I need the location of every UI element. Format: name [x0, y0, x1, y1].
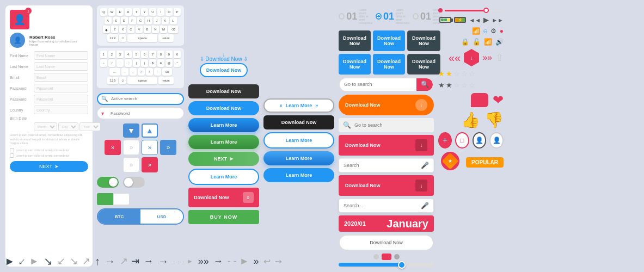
key-u[interactable]: U [149, 8, 156, 16]
key-i[interactable]: I [157, 8, 164, 16]
fast-forward-icon[interactable]: ►► [492, 17, 504, 23]
toggle-off[interactable] [123, 177, 145, 188]
buy-now-button[interactable]: BUY NOW [188, 210, 259, 224]
settings-gear-icon[interactable]: ⚙ [490, 27, 496, 35]
key-j[interactable]: J [154, 17, 161, 24]
key-dash[interactable]: - [100, 59, 107, 67]
focus-circle-button[interactable]: □ [455, 132, 469, 149]
download-orange-button[interactable]: Download Now ↓ [339, 95, 434, 115]
checkbox-1[interactable] [10, 148, 14, 152]
double-arrow-red[interactable]: » [105, 140, 121, 155]
learn-more-3d-blue2-button[interactable]: Learn More [263, 151, 334, 165]
user2-circle-button[interactable]: 👤 [489, 132, 504, 149]
key-shift[interactable]: ◆ [103, 26, 110, 33]
star-5[interactable]: ☆ [469, 70, 475, 78]
btc-usd-toggle[interactable]: BTC USD [97, 208, 184, 225]
arrow-up-icon[interactable]: ↑ [95, 255, 100, 268]
key-f[interactable]: F [129, 17, 136, 24]
key-amp[interactable]: & [157, 59, 164, 67]
popular-badge[interactable]: POPULAR [466, 157, 504, 168]
rewind-icon[interactable]: ◄◄ [469, 17, 481, 23]
key-q[interactable]: Q [100, 8, 107, 16]
search-input-red[interactable] [340, 82, 416, 87]
star-1[interactable]: ★ [438, 70, 445, 78]
double-arrow-right-2[interactable]: »» [198, 256, 209, 267]
download-blue-button[interactable]: Download Now [188, 101, 259, 115]
key-e[interactable]: E [116, 8, 124, 16]
key-emoji2[interactable]: ☺ [119, 77, 126, 84]
record-icon[interactable]: ● [500, 27, 504, 35]
key-g[interactable]: G [137, 17, 144, 24]
email-input[interactable]: Email [34, 73, 88, 82]
arrow-right-3[interactable]: → [158, 255, 169, 268]
last-name-input[interactable]: Last Name [34, 62, 88, 71]
key-rparen[interactable]: ) [141, 59, 148, 67]
month-select[interactable]: Month [34, 122, 57, 131]
add-circle-button[interactable]: + [438, 132, 452, 149]
key-h[interactable]: H [145, 17, 152, 24]
bluetooth-icon[interactable]: ⍾ [483, 27, 487, 35]
slider-track[interactable] [445, 10, 504, 11]
pin-icon[interactable]: ↓ [464, 49, 479, 66]
active-search-input[interactable] [97, 93, 184, 105]
arrow-down-icon[interactable]: ↘ [44, 255, 53, 268]
download-blue-1[interactable]: Download Now [373, 30, 405, 51]
key-v[interactable]: V [136, 26, 143, 33]
learn-more-outline-button[interactable]: Learn More [188, 169, 259, 185]
star-3[interactable]: ☆ [453, 70, 460, 78]
key-3[interactable]: 3 [116, 51, 124, 58]
circle-arrow-right[interactable]: → [213, 256, 223, 267]
key-123[interactable]: 123 [107, 34, 118, 42]
key-9[interactable]: 9 [165, 51, 173, 58]
minus-arrow[interactable]: ➙ [275, 256, 282, 267]
scroll-down-button[interactable]: ▼ [123, 123, 139, 138]
heart-icon[interactable]: ❤ [493, 92, 504, 108]
play-icon[interactable]: ▶ [483, 16, 489, 24]
key-question[interactable]: ? [138, 68, 145, 76]
key-dots[interactable]: ... [109, 68, 120, 76]
progress-bar[interactable] [339, 263, 434, 267]
arrow-right-2[interactable]: → [144, 256, 154, 267]
star-dark-3[interactable]: ☆ [453, 81, 460, 89]
arrow-send-icon[interactable]: ► [4, 255, 15, 268]
key-o[interactable]: O [165, 8, 173, 16]
star-4[interactable]: ☆ [461, 70, 468, 78]
key-a[interactable]: A [105, 17, 112, 24]
checkbox-2[interactable] [10, 153, 14, 158]
key-p[interactable]: P [174, 8, 181, 16]
star-dark-2[interactable]: ★ [446, 81, 452, 89]
password2-input[interactable]: Password [34, 95, 88, 103]
key-x[interactable]: X [119, 26, 126, 33]
wifi-icon[interactable]: 📶 [472, 27, 480, 35]
key-apos[interactable]: ' [154, 68, 161, 76]
key-8[interactable]: 8 [157, 51, 164, 58]
learn-more-flat-blue-button[interactable]: Learn More [263, 168, 334, 182]
arrow-down-right-icon[interactable]: ↓ [16, 255, 28, 267]
key-lparen[interactable]: ( [133, 59, 140, 67]
search-button-red[interactable]: 🔍 [416, 78, 433, 91]
share-icon[interactable]: ⇧ [495, 52, 504, 64]
key-z[interactable]: Z [111, 26, 118, 33]
download-red-button[interactable]: Download Now » [188, 188, 259, 207]
key-0[interactable]: 0 [174, 51, 181, 58]
key-4[interactable]: 4 [125, 51, 132, 58]
key-w[interactable]: W [108, 8, 115, 16]
double-chevron-right[interactable]: » [254, 256, 259, 267]
key-t[interactable]: T [133, 8, 140, 16]
password-search-input[interactable] [97, 107, 184, 119]
key-delete[interactable]: ⌫ [168, 26, 178, 33]
key-space2[interactable]: space [127, 77, 157, 84]
key-emoji[interactable]: ☺ [119, 34, 126, 42]
key-l[interactable]: L [170, 17, 177, 24]
key-at[interactable]: @ [165, 59, 173, 67]
key-exclaim[interactable]: ! [146, 68, 153, 76]
thumbs-up-icon[interactable]: 👍 [461, 111, 480, 129]
usd-button[interactable]: USD [140, 209, 183, 224]
key-delete2[interactable]: ⌫ [162, 68, 172, 76]
key-d[interactable]: D [121, 17, 128, 24]
key-r[interactable]: R [125, 8, 132, 16]
download-blue-2[interactable]: Download Now [339, 54, 371, 75]
download-red-1-button[interactable]: Download Now ↓ [339, 135, 434, 156]
key-k[interactable]: K [162, 17, 169, 24]
key-6[interactable]: 6 [141, 51, 148, 58]
